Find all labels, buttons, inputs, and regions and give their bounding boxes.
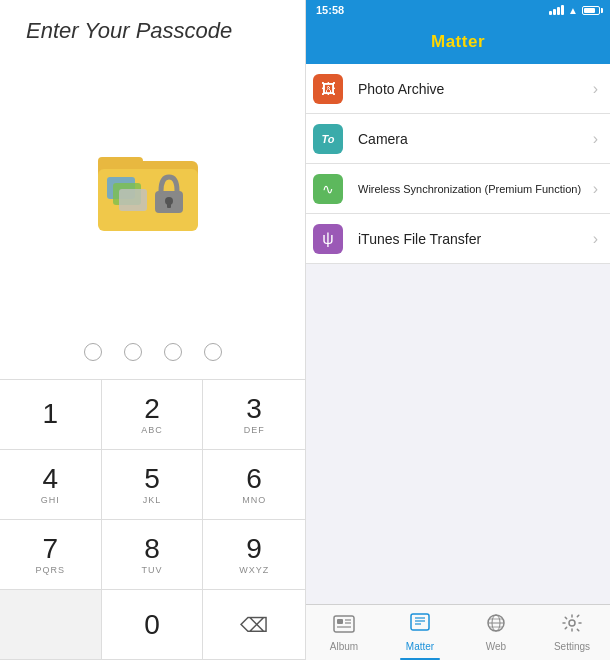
status-icons: ▲ [549,5,600,16]
status-bar: 15:58 ▲ [306,0,610,20]
menu-label-itunes: iTunes File Transfer [350,231,593,247]
menu-label-camera: Camera [350,131,593,147]
svg-rect-5 [119,189,147,211]
svg-point-23 [569,620,575,626]
numpad-delete[interactable]: ⌫ [203,590,305,660]
menu-item-camera[interactable]: To Camera › [306,114,610,164]
matter-tab-icon [409,613,431,638]
numpad-7[interactable]: 7 PQRS [0,520,102,590]
numpad-6[interactable]: 6 MNO [203,450,305,520]
photo-archive-icon: 🖼 [313,74,343,104]
tab-bar: Album Matter [306,604,610,660]
numpad-0[interactable]: 0 [102,590,204,660]
numpad: 1 2 ABC 3 DEF 4 GHI 5 JKL 6 MNO 7 PQRS [0,379,305,660]
menu-list: 🖼 Photo Archive › To Camera › ∿ Wireless… [306,64,610,604]
svg-rect-14 [411,614,429,630]
tab-web[interactable]: Web [458,605,534,660]
web-tab-label: Web [486,641,506,652]
signal-icon [549,5,564,15]
folder-lock-icon [93,139,213,239]
tab-album[interactable]: Album [306,605,382,660]
status-time: 15:58 [316,4,344,16]
numpad-1[interactable]: 1 [0,380,102,450]
menu-item-wireless[interactable]: ∿ Wireless Synchronization (Premium Func… [306,164,610,214]
nav-title: Matter [431,32,485,52]
chevron-icon: › [593,230,598,248]
numpad-3[interactable]: 3 DEF [203,380,305,450]
numpad-4[interactable]: 4 GHI [0,450,102,520]
passcode-panel: Enter Your Passcode 1 [0,0,305,660]
wifi-icon: ▲ [568,5,578,16]
numpad-empty [0,590,102,660]
nav-bar: Matter [306,20,610,64]
passcode-dots [84,343,222,361]
menu-item-photo-archive[interactable]: 🖼 Photo Archive › [306,64,610,114]
chevron-icon: › [593,80,598,98]
settings-tab-label: Settings [554,641,590,652]
svg-rect-8 [167,201,171,208]
menu-item-itunes[interactable]: ψ iTunes File Transfer › [306,214,610,264]
svg-rect-9 [334,616,354,632]
passcode-dot-3 [164,343,182,361]
numpad-5[interactable]: 5 JKL [102,450,204,520]
chevron-icon: › [593,180,598,198]
menu-label-photo-archive: Photo Archive [350,81,593,97]
menu-label-wireless: Wireless Synchronization (Premium Functi… [350,183,593,195]
right-panel: 15:58 ▲ Matter 🖼 Photo Archive › [305,0,610,660]
matter-tab-label: Matter [406,641,434,652]
passcode-dot-4 [204,343,222,361]
camera-icon: To [313,124,343,154]
settings-tab-icon [561,613,583,638]
chevron-icon: › [593,130,598,148]
numpad-2[interactable]: 2 ABC [102,380,204,450]
album-tab-label: Album [330,641,358,652]
web-tab-icon [485,613,507,638]
wireless-icon: ∿ [313,174,343,204]
tab-settings[interactable]: Settings [534,605,610,660]
numpad-9[interactable]: 9 WXYZ [203,520,305,590]
passcode-dot-1 [84,343,102,361]
itunes-icon: ψ [313,224,343,254]
passcode-dot-2 [124,343,142,361]
battery-icon [582,6,600,15]
svg-rect-10 [337,619,343,624]
album-tab-icon [333,613,355,638]
numpad-8[interactable]: 8 TUV [102,520,204,590]
folder-icon-area [93,54,213,343]
tab-matter[interactable]: Matter [382,605,458,660]
passcode-title: Enter Your Passcode [0,0,305,54]
